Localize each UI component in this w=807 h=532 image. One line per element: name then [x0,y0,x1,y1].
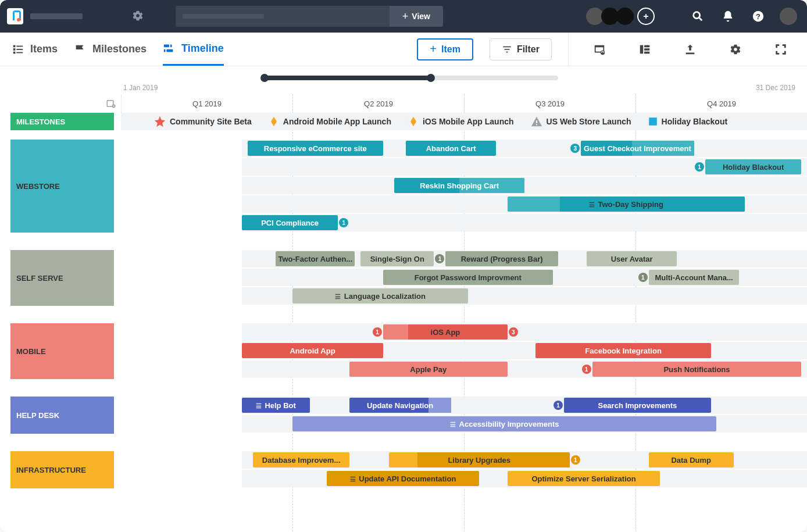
timeline-view: 1 Jan 2019 31 Dec 2019 Q1 2019Q2 2019Q3 … [0,66,807,531]
swimlane-header[interactable]: WEBSTORE [10,140,114,233]
timeline-bar[interactable]: ☰ Update API Documentation [327,471,479,486]
date-end: 31 Dec 2019 [756,84,795,92]
dependency-badge[interactable]: 3 [509,327,518,337]
timeline-bar[interactable]: Reward (Progress Bar) [445,251,558,266]
timeline-bar[interactable]: Apple Pay [349,362,508,377]
milestone-item[interactable]: US Web Store Launch [530,115,631,128]
dependency-badge[interactable]: 1 [435,254,444,263]
svg-rect-9 [164,45,169,48]
columns-icon[interactable] [630,43,659,56]
timeline-track: Android AppFacebook Integration [242,342,807,359]
svg-point-22 [113,105,114,106]
scrub-handle-left[interactable] [260,74,269,82]
search-area: + View [176,6,443,27]
timeline-bar[interactable]: ☰ Language Localization [292,288,467,304]
svg-rect-11 [164,49,166,52]
timeline-bar[interactable]: Multi-Account Mana...1 [649,270,740,285]
timeline-bar[interactable]: PCI Compliance1 [242,215,338,230]
quarter-grid: Q1 2019Q2 2019Q3 2019Q4 2019 [0,94,807,113]
timeline-bar[interactable]: Abandon Cart [406,141,497,156]
timeline-bar[interactable]: ☰ Accessibility Improvements [292,416,716,431]
tab-milestones[interactable]: Milestones [74,33,147,66]
timeline-track: ☰ Accessibility Improvements [242,415,807,433]
tab-items-label: Items [30,43,58,55]
milestone-item[interactable]: Community Site Beta [153,115,252,128]
dependency-badge[interactable]: 1 [582,365,591,374]
dependency-badge[interactable]: 1 [571,455,580,465]
help-icon[interactable]: ? [747,10,770,23]
svg-rect-17 [644,45,649,47]
timeline-bar[interactable]: iOS App13 [383,324,508,340]
swimlane-header[interactable]: HELP DESK [10,397,114,434]
timeline-bar[interactable]: Two-Factor Authen... [276,251,355,266]
timeline-track: ☰ Two-Day Shipping [242,195,807,213]
timeline-bar[interactable]: Update Navigation [349,398,451,413]
timeline-track: Responsive eCommerce siteAbandon CartGue… [242,140,807,157]
timeline-bar[interactable]: Single-Sign On1 [360,251,434,266]
gear-icon[interactable] [721,43,750,56]
tab-timeline[interactable]: Timeline [163,33,224,66]
filter-label: Filter [517,44,540,55]
fullscreen-icon[interactable] [766,43,795,56]
timeline-bar[interactable]: ☰ Two-Day Shipping [508,197,745,212]
app-logo[interactable] [7,8,23,24]
search-placeholder-block [183,14,264,19]
timeline-bar[interactable]: Data Dump [649,452,734,467]
search-icon[interactable] [686,10,709,23]
date-scrubber[interactable] [262,76,558,80]
timeline-bar[interactable]: Search Improvements1 [564,398,711,413]
milestone-label: US Web Store Launch [547,117,631,126]
swimlane-header[interactable]: MOBILE [10,323,114,379]
dependency-badge[interactable]: 1 [339,218,348,227]
swimlane-header[interactable]: SELF SERVE [10,250,114,306]
dependency-badge[interactable]: 1 [554,401,563,410]
export-icon[interactable] [676,43,705,56]
add-item-label: Item [441,44,460,55]
dependency-badge[interactable]: 3 [570,144,580,153]
bell-icon[interactable] [716,10,740,23]
svg-text:?: ? [756,12,760,21]
view-button[interactable]: + View [390,6,443,27]
svg-rect-4 [16,45,23,47]
add-member-button[interactable] [637,8,655,25]
timeline-bar[interactable]: Optimize Server Serialization [508,471,660,486]
filter-button[interactable]: Filter [490,38,552,60]
milestone-item[interactable]: Android Mobile App Launch [268,116,391,127]
dependency-badge[interactable]: 1 [638,273,648,282]
scrub-handle-right[interactable] [427,74,435,82]
svg-rect-7 [13,51,16,53]
milestone-item[interactable]: iOS Mobile App Launch [408,116,514,127]
milestone-item[interactable]: Holiday Blackout [648,116,728,127]
settings-gear-icon[interactable] [131,9,144,24]
timeline-bar[interactable]: Holiday Blackout1 [705,159,801,174]
timeline-bar[interactable]: Database Improvem... [253,452,349,467]
dependency-badge[interactable]: 1 [695,162,704,172]
svg-rect-16 [640,45,644,53]
dependency-badge[interactable]: 1 [373,327,382,337]
sub-toolbar: Items Milestones Timeline + Item Filter [0,33,807,66]
view-button-label: View [412,12,430,21]
search-input[interactable] [176,6,390,27]
timeline-bar[interactable]: Responsive eCommerce site [248,141,383,156]
timeline-bar[interactable]: Forgot Password Improvment [383,270,553,285]
swimlane-header[interactable]: INFRASTRUCTURE [10,451,114,488]
timeline-bar[interactable]: Push Notifications1 [592,362,802,377]
avatar[interactable] [616,8,634,25]
timeline-track: Holiday Blackout1 [242,158,807,176]
timeline-bar[interactable]: Guest Checkout Improvement3 [581,141,694,156]
timeline-bar[interactable]: Facebook Integration [535,343,710,358]
timeline-track: ☰ Help BotUpdate NavigationSearch Improv… [242,397,807,414]
tab-items[interactable]: Items [12,33,58,66]
profile-avatar[interactable] [777,8,800,25]
timeline-bar[interactable]: Reskin Shopping Cart [394,178,524,193]
svg-point-15 [601,50,605,54]
calendar-settings-icon[interactable] [106,98,116,109]
avatar-group [588,8,655,25]
timeline-bar[interactable]: User Avatar [587,251,677,266]
timeline-bar[interactable]: Library Upgrades1 [389,452,570,467]
add-item-button[interactable]: + Item [417,38,473,60]
timeline-bar[interactable]: Android App [242,343,383,358]
timeline-track: Apple PayPush Notifications1 [242,360,807,378]
timeline-bar[interactable]: ☰ Help Bot [242,398,310,413]
layout-link-icon[interactable] [585,43,614,56]
